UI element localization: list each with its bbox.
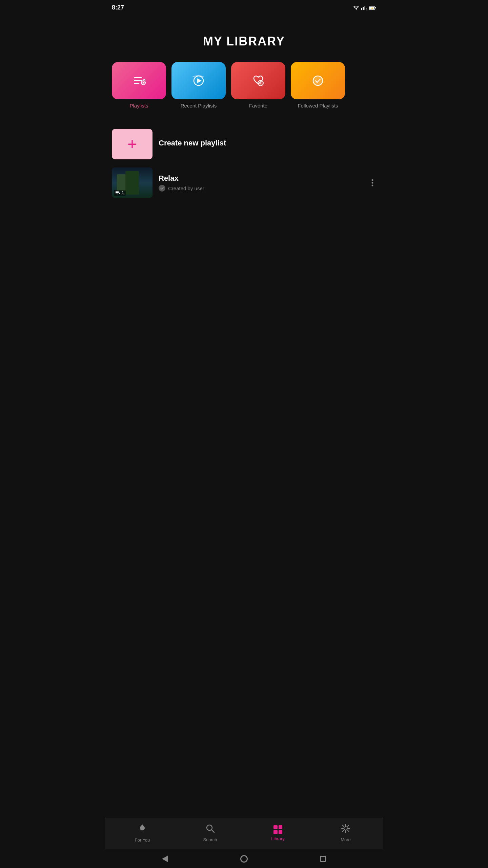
create-plus-icon: +: [127, 136, 137, 152]
nav-more[interactable]: More: [312, 824, 380, 842]
create-playlist-item[interactable]: + Create new playlist: [112, 125, 376, 163]
favorite-label: Favorite: [249, 103, 267, 108]
relax-playlist-item[interactable]: 1 Relax Created by user: [112, 164, 376, 201]
relax-playlist-meta: Created by user: [159, 185, 363, 192]
category-playlists[interactable]: Playlists: [112, 62, 166, 108]
category-recent[interactable]: Recent Playlists: [171, 62, 226, 108]
svg-line-39: [342, 830, 344, 832]
signal-icon: ×: [361, 5, 367, 10]
home-icon: [240, 855, 248, 863]
svg-rect-11: [134, 83, 139, 84]
svg-rect-1: [361, 8, 362, 10]
create-playlist-name: Create new playlist: [159, 139, 376, 147]
nav-search[interactable]: Search: [176, 824, 244, 842]
recent-button[interactable]: [318, 854, 328, 864]
svg-line-30: [211, 830, 214, 832]
favorite-icon: ✓: [250, 73, 266, 88]
home-button[interactable]: [239, 854, 249, 864]
recent-label: Recent Playlists: [181, 103, 217, 108]
status-bar: 8:27 × ⚡: [105, 0, 383, 14]
relax-playlist-thumb: 1: [112, 167, 152, 198]
nav-for-you[interactable]: For You: [108, 824, 176, 843]
back-button[interactable]: [160, 854, 170, 864]
playlist-section: + Create new playlist 1: [112, 125, 376, 201]
playlists-icon-box: [112, 62, 166, 99]
svg-point-0: [356, 9, 357, 9]
bottom-nav: For You Search Library: [105, 818, 383, 849]
svg-rect-15: [143, 79, 145, 80]
back-icon: [162, 855, 168, 862]
favorite-icon-box: ✓: [231, 62, 285, 99]
svg-point-20: [313, 76, 323, 85]
relax-more-button[interactable]: [369, 176, 376, 190]
system-nav: [105, 849, 383, 868]
relax-playlist-name: Relax: [159, 174, 363, 183]
followed-icon-box: [291, 62, 345, 99]
page-title: MY LIBRARY: [112, 34, 376, 48]
category-followed[interactable]: Followed Playlists: [291, 62, 345, 108]
svg-line-37: [348, 830, 349, 832]
recent-icon: [320, 856, 326, 862]
relax-playlist-info: Relax Created by user: [159, 174, 363, 192]
queue-icon: [116, 191, 120, 195]
more-label: More: [341, 837, 351, 842]
recent-icon-box: [171, 62, 226, 99]
svg-point-31: [344, 827, 347, 830]
playlists-icon: [131, 73, 147, 88]
svg-rect-9: [134, 77, 142, 78]
relax-thumb-overlay: 1: [114, 190, 126, 196]
category-favorite[interactable]: ✓ Favorite: [231, 62, 285, 108]
svg-rect-10: [134, 80, 142, 81]
categories-scroll: Playlists Recent Playlists ✓: [112, 62, 376, 112]
svg-text:×: ×: [366, 7, 367, 10]
user-check-icon: [159, 185, 165, 192]
svg-rect-2: [363, 7, 364, 10]
create-playlist-thumb: +: [112, 129, 152, 159]
svg-rect-21: [116, 191, 119, 192]
for-you-icon: [138, 824, 147, 835]
svg-rect-7: [375, 7, 376, 8]
library-label: Library: [271, 836, 285, 841]
search-icon: [206, 824, 215, 835]
svg-line-36: [342, 825, 344, 826]
search-label: Search: [203, 837, 217, 842]
svg-text:⚡: ⚡: [371, 7, 374, 10]
status-icons: × ⚡: [353, 5, 376, 10]
svg-point-27: [372, 185, 373, 186]
create-playlist-info: Create new playlist: [159, 139, 376, 150]
svg-text:✓: ✓: [259, 82, 262, 85]
svg-marker-17: [197, 78, 202, 83]
recent-icon: [191, 73, 206, 88]
svg-rect-22: [116, 192, 119, 193]
svg-rect-23: [116, 194, 118, 194]
battery-icon: ⚡: [369, 6, 376, 10]
followed-icon: [310, 73, 326, 88]
library-icon: [273, 825, 282, 834]
status-time: 8:27: [112, 4, 124, 11]
more-icon: [341, 824, 350, 835]
main-content: MY LIBRARY Playlists: [105, 14, 383, 256]
playlists-label: Playlists: [129, 103, 148, 108]
svg-point-13: [143, 82, 144, 83]
followed-label: Followed Playlists: [298, 103, 338, 108]
svg-point-25: [372, 179, 373, 181]
svg-rect-3: [364, 6, 365, 10]
relax-subtitle: Created by user: [168, 185, 204, 191]
svg-point-28: [140, 828, 142, 830]
svg-line-38: [348, 825, 349, 826]
wifi-icon: [353, 5, 359, 10]
svg-point-26: [372, 182, 373, 184]
nav-library[interactable]: Library: [244, 825, 312, 841]
svg-marker-24: [119, 192, 120, 194]
relax-count: 1: [122, 191, 124, 195]
for-you-label: For You: [135, 837, 150, 843]
